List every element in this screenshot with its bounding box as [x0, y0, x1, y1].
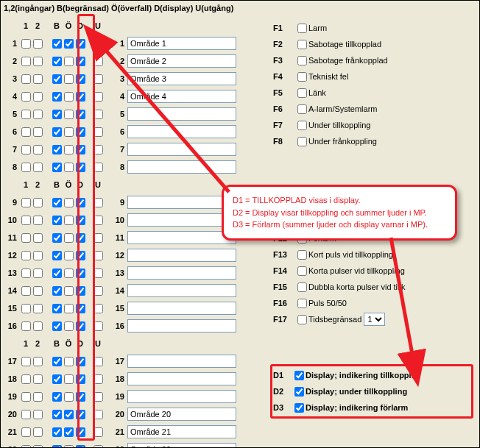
chk-2-row11[interactable] [33, 233, 43, 243]
chk-o-row4[interactable] [64, 92, 74, 102]
f-checkbox-F17[interactable] [297, 315, 307, 324]
chk-d-row22[interactable] [76, 445, 85, 448]
chk-b-row10[interactable] [52, 216, 62, 225]
area-name-input-row2[interactable] [127, 54, 236, 68]
chk-d-row17[interactable] [76, 357, 85, 366]
area-name-input-row4[interactable] [127, 90, 236, 103]
chk-d-row11[interactable] [76, 233, 85, 243]
chk-2-row13[interactable] [33, 269, 43, 278]
chk-2-row12[interactable] [33, 251, 43, 260]
chk-2-row16[interactable] [33, 321, 43, 331]
chk-2-row3[interactable] [33, 74, 43, 84]
chk-b-row1[interactable] [52, 39, 62, 49]
chk-d-row9[interactable] [76, 198, 85, 207]
chk-1-row13[interactable] [21, 269, 31, 278]
chk-2-row8[interactable] [33, 163, 43, 172]
chk-u-row19[interactable] [93, 392, 103, 402]
f-checkbox-F5[interactable] [297, 88, 307, 98]
area-name-input-row20[interactable] [127, 408, 236, 421]
chk-d-row5[interactable] [76, 110, 85, 119]
chk-o-row11[interactable] [64, 233, 74, 243]
chk-d-row8[interactable] [76, 163, 85, 172]
chk-b-row22[interactable] [52, 445, 62, 448]
chk-b-row19[interactable] [52, 392, 62, 402]
chk-2-row21[interactable] [33, 427, 43, 437]
chk-b-row14[interactable] [52, 286, 62, 296]
area-name-input-row16[interactable] [127, 319, 236, 333]
chk-1-row22[interactable] [21, 445, 31, 448]
area-name-input-row8[interactable] [127, 160, 236, 174]
f-checkbox-F13[interactable] [297, 250, 307, 260]
area-name-input-row18[interactable] [127, 372, 236, 385]
chk-2-row15[interactable] [33, 304, 43, 313]
chk-1-row2[interactable] [21, 57, 31, 66]
chk-b-row5[interactable] [52, 110, 62, 119]
chk-b-row6[interactable] [52, 127, 62, 137]
chk-o-row16[interactable] [64, 321, 74, 331]
chk-d-row3[interactable] [76, 74, 85, 84]
d-checkbox-D3[interactable] [294, 403, 304, 413]
area-name-input-row1[interactable] [127, 37, 236, 50]
chk-2-row22[interactable] [33, 445, 43, 448]
chk-u-row18[interactable] [93, 374, 103, 384]
chk-u-row16[interactable] [93, 321, 103, 331]
chk-1-row20[interactable] [21, 410, 31, 419]
chk-2-row14[interactable] [33, 286, 43, 296]
area-name-input-row19[interactable] [127, 390, 236, 403]
f-checkbox-F3[interactable] [297, 56, 307, 65]
chk-1-row16[interactable] [21, 321, 31, 331]
chk-d-row14[interactable] [76, 286, 85, 296]
d-checkbox-D2[interactable] [294, 387, 304, 397]
chk-o-row22[interactable] [64, 445, 74, 448]
chk-1-row18[interactable] [21, 374, 31, 384]
chk-d-row15[interactable] [76, 304, 85, 313]
chk-u-row13[interactable] [93, 269, 103, 278]
chk-1-row15[interactable] [21, 304, 31, 313]
chk-o-row8[interactable] [64, 163, 74, 172]
area-name-input-row13[interactable] [127, 266, 236, 280]
chk-1-row9[interactable] [21, 198, 31, 207]
chk-1-row10[interactable] [21, 216, 31, 225]
chk-b-row11[interactable] [52, 233, 62, 243]
chk-1-row11[interactable] [21, 233, 31, 243]
chk-b-row2[interactable] [52, 57, 62, 66]
chk-1-row19[interactable] [21, 392, 31, 402]
chk-d-row6[interactable] [76, 127, 85, 137]
chk-o-row17[interactable] [64, 357, 74, 366]
chk-1-row5[interactable] [21, 110, 31, 119]
chk-1-row6[interactable] [21, 127, 31, 137]
chk-u-row15[interactable] [93, 304, 103, 313]
chk-d-row21[interactable] [76, 427, 85, 437]
chk-u-row5[interactable] [93, 110, 103, 119]
chk-u-row6[interactable] [93, 127, 103, 137]
chk-1-row7[interactable] [21, 145, 31, 154]
chk-d-row2[interactable] [76, 57, 85, 66]
chk-1-row14[interactable] [21, 286, 31, 296]
chk-o-row9[interactable] [64, 198, 74, 207]
chk-1-row21[interactable] [21, 427, 31, 437]
area-name-input-row7[interactable] [127, 143, 236, 156]
chk-2-row9[interactable] [33, 198, 43, 207]
chk-b-row17[interactable] [52, 357, 62, 366]
chk-o-row15[interactable] [64, 304, 74, 313]
chk-u-row4[interactable] [93, 92, 103, 102]
chk-1-row8[interactable] [21, 163, 31, 172]
chk-o-row6[interactable] [64, 127, 74, 137]
chk-u-row7[interactable] [93, 145, 103, 154]
chk-2-row4[interactable] [33, 92, 43, 102]
chk-1-row17[interactable] [21, 357, 31, 366]
f-checkbox-F12[interactable] [297, 234, 307, 243]
chk-u-row14[interactable] [93, 286, 103, 296]
chk-o-row2[interactable] [64, 57, 74, 66]
chk-u-row11[interactable] [93, 233, 103, 243]
chk-2-row10[interactable] [33, 216, 43, 225]
chk-u-row2[interactable] [93, 57, 103, 66]
chk-2-row17[interactable] [33, 357, 43, 366]
f-checkbox-F7[interactable] [297, 121, 307, 130]
chk-d-row10[interactable] [76, 216, 85, 225]
f-checkbox-F16[interactable] [297, 299, 307, 308]
area-name-input-row12[interactable] [127, 249, 236, 262]
chk-u-row21[interactable] [93, 427, 103, 437]
chk-u-row8[interactable] [93, 163, 103, 172]
chk-d-row13[interactable] [76, 269, 85, 278]
